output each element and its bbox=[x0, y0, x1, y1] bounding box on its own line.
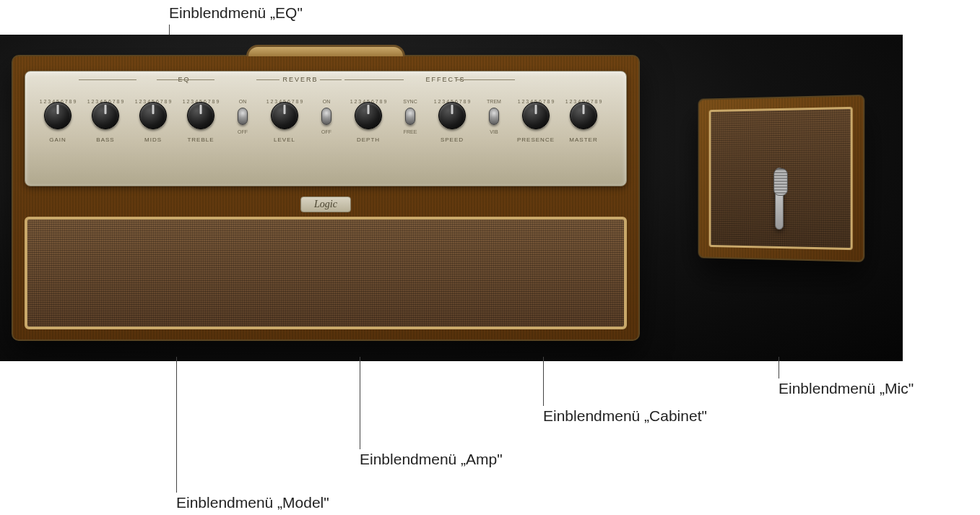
knob-label: MASTER bbox=[569, 137, 597, 143]
section-rule bbox=[344, 79, 404, 80]
knob-dial-icon bbox=[187, 102, 214, 129]
switch-off-label: OFF bbox=[238, 129, 248, 134]
section-rule bbox=[157, 79, 214, 80]
cabinet-body[interactable] bbox=[695, 97, 864, 260]
knob-master[interactable]: 1 2 3 4 5 6 7 8 9 MASTER bbox=[560, 87, 607, 143]
knob-level[interactable]: 1 2 3 4 5 6 7 8 9 LEVEL bbox=[261, 87, 308, 143]
knob-dial-icon bbox=[44, 102, 71, 129]
switch-sync-label: SYNC bbox=[403, 99, 417, 104]
knob-dial-icon bbox=[139, 102, 167, 129]
callout-mic-line bbox=[779, 357, 779, 378]
knob-gain[interactable]: 1 2 3 4 5 6 7 8 9 GAIN bbox=[34, 87, 82, 143]
knob-label: MIDS bbox=[144, 137, 162, 143]
knob-label: PRESENCE bbox=[517, 137, 555, 143]
amp-speaker-grille bbox=[25, 217, 627, 329]
callout-amp-label: Einblendmenü „Amp" bbox=[360, 451, 503, 468]
knob-label: LEVEL bbox=[274, 137, 295, 143]
knob-dial-icon bbox=[438, 102, 466, 129]
knob-dial-icon bbox=[271, 102, 298, 129]
callout-amp-line bbox=[360, 357, 360, 449]
knob-dial-icon bbox=[355, 102, 382, 129]
plugin-stage: EQ REVERB EFFECTS 1 2 3 4 5 6 7 8 9 GAIN… bbox=[0, 35, 903, 361]
knob-depth[interactable]: 1 2 3 4 5 6 7 8 9 DEPTH bbox=[344, 87, 392, 143]
callout-cabinet-line bbox=[543, 357, 544, 406]
switch-free-label: FREE bbox=[404, 129, 417, 134]
switch-icon bbox=[238, 108, 248, 125]
section-rule bbox=[320, 79, 342, 80]
section-rule bbox=[456, 79, 515, 80]
switch-on-label: ON bbox=[323, 99, 331, 104]
cabinet-face bbox=[698, 95, 865, 262]
knob-treble[interactable]: 1 2 3 4 5 6 7 8 9 TREBLE bbox=[177, 87, 225, 143]
section-rule bbox=[256, 79, 279, 80]
knob-dial-icon bbox=[522, 102, 550, 129]
knob-label: BASS bbox=[96, 137, 114, 143]
knob-dial-icon bbox=[92, 102, 119, 129]
switch-trem-vib[interactable]: TREM VIB bbox=[476, 87, 512, 125]
switch-icon bbox=[405, 108, 415, 125]
knob-bass[interactable]: 1 2 3 4 5 6 7 8 9 BASS bbox=[82, 87, 129, 143]
switch-off-label: OFF bbox=[321, 129, 331, 134]
callout-cabinet-label: Einblendmenü „Cabinet" bbox=[543, 407, 707, 425]
amp-handle bbox=[246, 45, 405, 56]
callout-mic-label: Einblendmenü „Mic" bbox=[779, 380, 914, 397]
switch-on-label: ON bbox=[239, 99, 247, 104]
knob-label: SPEED bbox=[441, 137, 464, 143]
knob-label: GAIN bbox=[49, 137, 66, 143]
switch-reverb-onoff[interactable]: ON OFF bbox=[225, 87, 261, 125]
switch-icon bbox=[321, 108, 331, 125]
knob-label: DEPTH bbox=[357, 137, 380, 143]
callout-eq-label: Einblendmenü „EQ" bbox=[169, 4, 303, 22]
section-rule bbox=[79, 79, 136, 80]
amp-control-panel: EQ REVERB EFFECTS 1 2 3 4 5 6 7 8 9 GAIN… bbox=[25, 71, 627, 186]
switch-sync-free[interactable]: SYNC FREE bbox=[392, 87, 428, 125]
switch-icon bbox=[489, 108, 499, 125]
knob-presence[interactable]: 1 2 3 4 5 6 7 8 9 PRESENCE bbox=[512, 87, 560, 143]
knob-mids[interactable]: 1 2 3 4 5 6 7 8 9 MIDS bbox=[129, 87, 177, 143]
switch-trem-label: TREM bbox=[487, 99, 501, 104]
switch-effects-onoff[interactable]: ON OFF bbox=[308, 87, 344, 125]
knob-speed[interactable]: 1 2 3 4 5 6 7 8 9 SPEED bbox=[428, 87, 476, 143]
knob-dial-icon bbox=[570, 102, 597, 129]
logic-badge: Logic bbox=[300, 196, 351, 212]
callout-model-line bbox=[176, 357, 177, 493]
microphone-icon[interactable] bbox=[775, 168, 784, 230]
knob-label: TREBLE bbox=[187, 137, 214, 143]
callout-model-label: Einblendmenü „Model" bbox=[176, 494, 329, 511]
amp-body: EQ REVERB EFFECTS 1 2 3 4 5 6 7 8 9 GAIN… bbox=[12, 55, 640, 341]
switch-vib-label: VIB bbox=[490, 129, 498, 134]
